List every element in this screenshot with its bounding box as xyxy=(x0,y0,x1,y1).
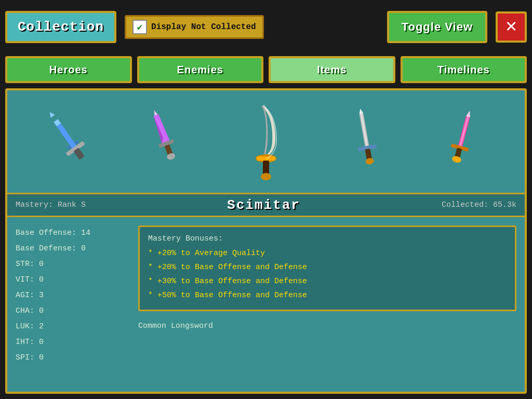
display-not-collected-wrapper[interactable]: ✔ Display Not Collected xyxy=(125,15,264,39)
sword-icon-4 xyxy=(340,105,392,178)
svg-point-18 xyxy=(261,173,271,180)
collection-title: Collection xyxy=(5,11,116,43)
item-name: Scimitar xyxy=(86,197,442,213)
stat-defense: Base Defense: 0 xyxy=(16,241,130,257)
sword-icon-3 xyxy=(235,100,297,183)
svg-marker-4 xyxy=(47,110,55,117)
stat-spi: SPI: 0 xyxy=(16,350,130,366)
svg-marker-21 xyxy=(358,108,364,114)
mastery-bonuses-title: Mastery Bonuses: xyxy=(148,234,507,243)
svg-marker-8 xyxy=(153,109,157,115)
collected-count: Collected: 65.3k xyxy=(442,201,516,209)
svg-rect-16 xyxy=(257,156,275,161)
bonus-line-4: * +50% to Base Offense and Defense xyxy=(148,288,507,302)
close-button[interactable]: ✕ xyxy=(496,11,527,43)
svg-marker-27 xyxy=(466,110,472,117)
header: Collection ✔ Display Not Collected Toggl… xyxy=(5,5,527,49)
tab-items[interactable]: Items xyxy=(269,56,395,83)
svg-point-30 xyxy=(451,155,462,163)
stat-agi: AGI: 3 xyxy=(16,288,130,303)
display-not-collected-checkbox[interactable]: ✔ xyxy=(132,20,147,34)
bonus-line-2: * +20% to Base Offense and Defense xyxy=(148,260,507,274)
stat-cha: CHA: 0 xyxy=(16,303,130,319)
base-stats-panel: Base Offense: 14 Base Defense: 0 STR: 0 … xyxy=(16,225,130,383)
svg-rect-26 xyxy=(459,116,469,147)
item-type: Common Longsword xyxy=(138,322,516,330)
mastery-bonuses-box: Mastery Bonuses: * +20% to Average Quali… xyxy=(138,225,516,311)
item-slot-3-selected[interactable] xyxy=(224,100,308,183)
item-slot-4[interactable] xyxy=(330,100,403,183)
stat-vit: VIT: 0 xyxy=(16,272,130,288)
tab-timelines[interactable]: Timelines xyxy=(401,56,527,83)
sword-icon-5 xyxy=(435,105,487,178)
bonus-line-1: * +20% to Average Quality xyxy=(148,246,507,260)
stat-str: STR: 0 xyxy=(16,257,130,272)
info-bar: Mastery: Rank S Scimitar Collected: 65.3… xyxy=(7,194,525,217)
stat-offense: Base Offense: 14 xyxy=(16,225,130,241)
toggle-view-button[interactable]: Toggle View xyxy=(387,11,487,43)
svg-point-24 xyxy=(365,157,375,165)
sword-icon-2 xyxy=(140,105,192,178)
item-slot-5[interactable] xyxy=(425,100,498,183)
mastery-bonuses-panel: Mastery Bonuses: * +20% to Average Quali… xyxy=(138,225,516,383)
mastery-rank: Mastery: Rank S xyxy=(16,201,86,209)
stat-luk: LUK: 2 xyxy=(16,319,130,335)
item-slot-1[interactable] xyxy=(34,100,107,183)
svg-rect-17 xyxy=(263,161,269,175)
close-icon: ✕ xyxy=(506,18,517,36)
stat-iht: IHT: 0 xyxy=(16,335,130,350)
bonus-line-3: * +30% to Base Offense and Defense xyxy=(148,274,507,288)
sword-icon-1 xyxy=(45,105,97,178)
items-display-row xyxy=(7,90,525,194)
tab-row: Heroes Enemies Items Timelines xyxy=(5,56,527,83)
tab-enemies[interactable]: Enemies xyxy=(137,56,264,83)
display-not-collected-label: Display Not Collected xyxy=(151,22,256,32)
tab-heroes[interactable]: Heroes xyxy=(5,56,132,83)
main-panel: Mastery: Rank S Scimitar Collected: 65.3… xyxy=(5,88,527,394)
item-slot-2[interactable] xyxy=(129,100,202,183)
stats-area: Base Offense: 14 Base Defense: 0 STR: 0 … xyxy=(7,217,525,392)
